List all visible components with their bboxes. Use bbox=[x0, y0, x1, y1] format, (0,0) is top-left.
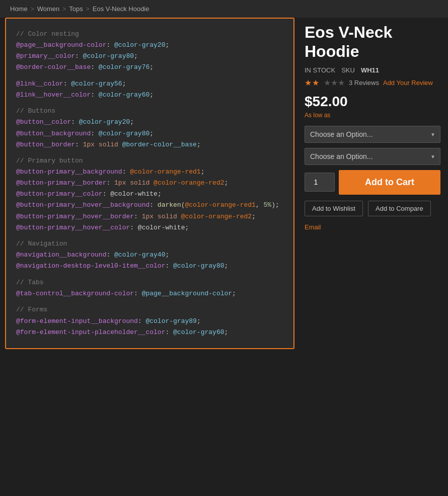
color-select[interactable]: Choose an Option... bbox=[305, 148, 440, 165]
breadcrumb-sep-3: > bbox=[86, 6, 90, 13]
size-select[interactable]: Choose an Option... bbox=[305, 126, 440, 143]
compare-button[interactable]: Add to Compare bbox=[368, 201, 431, 216]
add-to-cart-button[interactable]: Add to Cart bbox=[339, 170, 440, 195]
code-overlay: // Color nesting@page__background-color:… bbox=[5, 18, 294, 349]
product-main: // Color nesting@page__background-color:… bbox=[0, 18, 448, 370]
color-select-wrapper[interactable]: Choose an Option... bbox=[305, 148, 440, 165]
sku-value: WH11 bbox=[361, 66, 379, 74]
breadcrumb-current: Eos V-Neck Hoodie bbox=[93, 5, 150, 13]
breadcrumb-women[interactable]: Women bbox=[37, 5, 60, 13]
rating-row: ★★★★★ 3 Reviews Add Your Review bbox=[305, 78, 440, 88]
breadcrumb: Home > Women > Tops > Eos V-Neck Hoodie bbox=[0, 0, 448, 18]
breadcrumb-sep-1: > bbox=[31, 6, 34, 13]
product-info: Eos V-Neck Hoodie IN STOCK SKU WH11 ★★★★… bbox=[297, 18, 448, 370]
breadcrumb-home[interactable]: Home bbox=[10, 5, 28, 13]
sku-label: SKU bbox=[341, 66, 355, 74]
stars-filled: ★★ bbox=[305, 78, 320, 88]
add-review-link[interactable]: Add Your Review bbox=[383, 79, 433, 87]
product-meta: IN STOCK SKU WH11 bbox=[305, 66, 440, 74]
price-as-low: As low as bbox=[305, 112, 440, 119]
quantity-input[interactable] bbox=[305, 173, 335, 192]
review-count: 3 Reviews bbox=[349, 79, 379, 87]
size-select-wrapper[interactable]: Choose an Option... bbox=[305, 126, 440, 143]
wishlist-button[interactable]: Add to Wishlist bbox=[305, 201, 363, 216]
breadcrumb-tops[interactable]: Tops bbox=[69, 5, 83, 13]
availability-label: IN STOCK bbox=[305, 66, 335, 74]
product-title: Eos V-Neck Hoodie bbox=[305, 23, 440, 61]
breadcrumb-sep-2: > bbox=[62, 6, 66, 13]
wishlist-compare-row: Add to Wishlist Add to Compare bbox=[305, 201, 440, 216]
stars-empty: ★★★ bbox=[324, 78, 345, 88]
product-price: $52.00 bbox=[305, 94, 440, 110]
qty-cart-row: Add to Cart bbox=[305, 170, 440, 195]
email-link[interactable]: Email bbox=[305, 223, 440, 231]
